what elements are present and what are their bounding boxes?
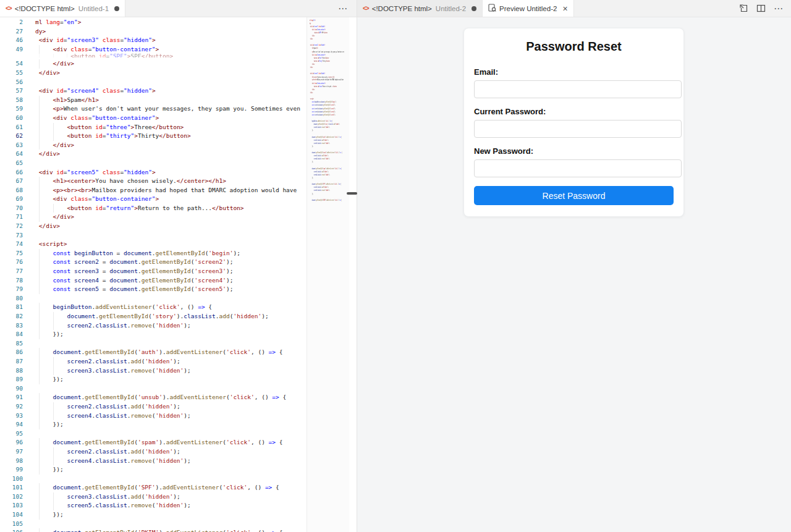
more-actions-icon[interactable]: ⋯ — [338, 3, 348, 14]
line-number: 83 — [0, 321, 23, 331]
code-row[interactable]: 94 }); — [0, 420, 307, 429]
code-row[interactable]: 77 const screen3 = document.getElementBy… — [0, 267, 307, 276]
tab-preview-untitled-2[interactable]: Preview Untitled-2 × — [483, 0, 574, 17]
line-number: 81 — [0, 303, 23, 312]
code-row[interactable]: 84 }); — [0, 330, 307, 339]
code-row[interactable]: 65 — [0, 159, 307, 168]
code-row[interactable]: 87 screen2.classList.add('hidden'); — [0, 357, 307, 366]
code-row[interactable]: 102 screen3.classList.add('hidden'); — [0, 492, 307, 502]
line-number: 97 — [0, 447, 23, 457]
code-row[interactable]: 60 <div class="button-container"> — [0, 114, 307, 123]
line-number: 62 — [0, 132, 23, 141]
minimap[interactable]: ml lang="en">dy> <div id="screen3" class… — [307, 17, 349, 532]
line-number: 54 — [0, 59, 23, 69]
code-row[interactable]: 68 <p><br><br>Mailbox providers had hope… — [0, 186, 307, 195]
html-file-icon: <> — [363, 5, 369, 12]
open-source-file-icon[interactable] — [739, 4, 748, 13]
code-row[interactable]: 27dy> — [0, 27, 307, 36]
vscode-window: <> <!DOCTYPE html> Untitled-1 ⋯ 2ml lang… — [0, 0, 791, 532]
code-row[interactable]: 100 — [0, 475, 307, 484]
code-row[interactable]: 95 — [0, 429, 307, 439]
new-password-input[interactable] — [474, 159, 682, 177]
code-row[interactable]: 46 <div id="screen3" class="hidden"> — [0, 36, 307, 45]
code-row[interactable]: 58 <h1>Spam</h1> — [0, 96, 307, 105]
code-row[interactable]: 99 }); — [0, 465, 307, 475]
code-row[interactable]: 105 — [0, 520, 307, 529]
code-row[interactable]: 57 <div id="screen4" class="hidden"> — [0, 87, 307, 96]
html-file-icon: <> — [6, 5, 12, 12]
code-row[interactable]: 67 <h1><center>You have chosen wisely.</… — [0, 177, 307, 186]
code-row[interactable]: 91 document.getElementById('unsub').addE… — [0, 393, 307, 402]
tabbar-spacer — [125, 0, 329, 17]
code-row[interactable]: 83 screen2.classList.remove('hidden'); — [0, 321, 307, 331]
tab-untitled-1[interactable]: <> <!DOCTYPE html> Untitled-1 — [0, 0, 125, 17]
line-number: 71 — [0, 213, 23, 222]
code-row[interactable]: 80 — [0, 294, 307, 303]
code-row[interactable]: 97 screen2.classList.add('hidden'); — [0, 447, 307, 457]
folded-code-preview[interactable]: <button id="SPF">SPF</button> — [0, 54, 307, 59]
code-row[interactable]: 93 screen4.classList.remove('hidden'); — [0, 412, 307, 421]
tab-untitled-2[interactable]: <> <!DOCTYPE html> Untitled-2 — [357, 0, 483, 17]
code-row[interactable]: 55 </div> — [0, 69, 307, 78]
split-divider[interactable] — [357, 0, 357, 532]
line-number: 56 — [0, 78, 23, 87]
code-row[interactable]: 85 — [0, 339, 307, 348]
code-row[interactable]: 63 </div> — [0, 141, 307, 150]
unsaved-dot-icon[interactable] — [472, 6, 476, 11]
reset-password-button[interactable]: Reset Password — [474, 186, 674, 205]
line-number: 87 — [0, 357, 23, 366]
code-row[interactable]: 81 beginButton.addEventListener('click',… — [0, 303, 307, 312]
more-actions-icon[interactable]: ⋯ — [774, 3, 784, 14]
code-editor[interactable]: 2ml lang="en">27dy>46 <div id="screen3" … — [0, 17, 357, 532]
code-row[interactable]: 106 document.getElementById('DKIM').addE… — [0, 528, 307, 532]
code-row[interactable]: 62 <button id="thirty">Thirty</button> — [0, 132, 307, 141]
code-row[interactable]: 92 screen2.classList.add('hidden'); — [0, 402, 307, 412]
tabbar-group-1: <> <!DOCTYPE html> Untitled-1 ⋯ — [0, 0, 357, 17]
line-number: 94 — [0, 420, 23, 429]
code-row[interactable]: 78 const screen4 = document.getElementBy… — [0, 276, 307, 285]
code-lines[interactable]: 2ml lang="en">27dy>46 <div id="screen3" … — [0, 18, 307, 532]
code-row[interactable]: 89 }); — [0, 375, 307, 384]
code-row[interactable]: 59 <p>When user's don't want your messag… — [0, 104, 307, 114]
code-row[interactable]: 88 screen3.classList.remove('hidden'); — [0, 366, 307, 376]
code-row[interactable]: 70 <button id="return">Return to the pat… — [0, 204, 307, 213]
code-row[interactable]: 86 document.getElementById('auth').addEv… — [0, 348, 307, 357]
code-row[interactable]: 49 <div class="button-container"> — [0, 45, 307, 54]
code-row[interactable]: 74 <script> — [0, 240, 307, 249]
code-row[interactable]: 73 — [0, 231, 307, 240]
code-row[interactable]: 76 const screen2 = document.getElementBy… — [0, 258, 307, 267]
line-number: 82 — [0, 312, 23, 321]
close-icon[interactable]: × — [562, 4, 567, 13]
code-row[interactable]: 54 </div> — [0, 59, 307, 69]
code-row[interactable]: 103 screen5.classList.remove('hidden'); — [0, 501, 307, 510]
code-row[interactable]: 75 const beginButton = document.getEleme… — [0, 249, 307, 258]
code-row[interactable]: 69 <div class="button-container"> — [0, 195, 307, 204]
line-number: 73 — [0, 231, 23, 240]
line-number: 104 — [0, 510, 23, 520]
line-number: 80 — [0, 294, 23, 303]
email-input[interactable] — [474, 80, 682, 98]
line-number: 67 — [0, 177, 23, 186]
line-number — [0, 54, 23, 59]
code-row[interactable]: 2ml lang="en"> — [0, 18, 307, 27]
current-password-input[interactable] — [474, 120, 682, 138]
split-drag-handle-icon[interactable] — [347, 192, 357, 195]
code-row[interactable]: 98 screen4.classList.remove('hidden'); — [0, 457, 307, 466]
line-number: 68 — [0, 186, 23, 195]
code-row[interactable]: 82 document.getElementById('story').clas… — [0, 312, 307, 321]
line-number: 77 — [0, 267, 23, 276]
code-row[interactable]: 61 <button id="three">Three</button> — [0, 123, 307, 132]
unsaved-dot-icon[interactable] — [114, 6, 119, 11]
code-row[interactable]: 104 }); — [0, 510, 307, 520]
code-row[interactable]: 79 const screen5 = document.getElementBy… — [0, 285, 307, 294]
code-row[interactable]: 96 document.getElementById('spam').addEv… — [0, 438, 307, 447]
code-row[interactable]: 66 <div id="screen5" class="hidden"> — [0, 168, 307, 177]
split-editor-icon[interactable] — [756, 4, 766, 13]
code-row[interactable]: 71 </div> — [0, 213, 307, 222]
code-row[interactable]: 64 </div> — [0, 150, 307, 159]
code-row[interactable]: 101 document.getElementById('SPF').addEv… — [0, 483, 307, 492]
code-row[interactable]: 56 — [0, 78, 307, 87]
line-number: 79 — [0, 285, 23, 294]
code-row[interactable]: 90 — [0, 384, 307, 394]
code-row[interactable]: 72 </div> — [0, 222, 307, 231]
